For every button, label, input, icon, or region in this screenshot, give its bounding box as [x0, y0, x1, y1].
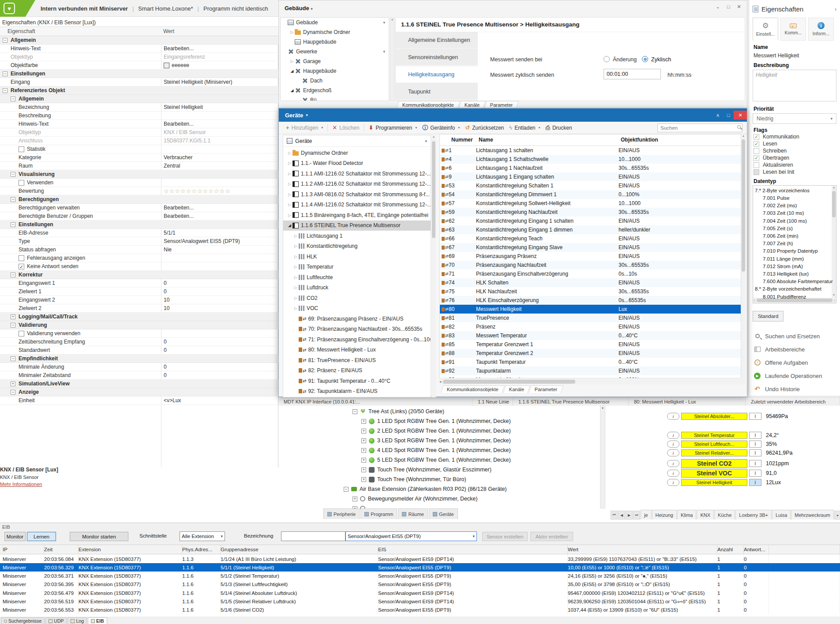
property-row[interactable]: ObjekttypKNX / EIB Sensor — [0, 128, 278, 137]
datatype-item[interactable]: 8.001 Pulsdifferenz — [753, 293, 836, 301]
page-tab-k-che[interactable]: Küche — [714, 510, 735, 519]
property-row[interactable]: Eingangswert 210 — [0, 296, 278, 304]
property-value[interactable]: Bearbeiten... — [164, 45, 194, 52]
property-row[interactable]: Beschreibung — [0, 112, 278, 120]
comobj-row[interactable]: ⇄62Konstantlichtregelung Eingang 1 schal… — [440, 217, 741, 225]
info-button[interactable]: i — [667, 470, 679, 477]
datatype-item[interactable]: 7.004 Zeit (100 ms) — [753, 217, 836, 225]
expand-icon[interactable]: − — [11, 390, 15, 395]
device-tree-item[interactable]: ▷Luftdruck — [283, 283, 431, 293]
input-indicator[interactable]: I — [749, 413, 761, 420]
expand-icon[interactable]: − — [11, 323, 15, 328]
property-row[interactable]: TypeSensor/Analogwert EIS5 (DPT9) — [0, 237, 278, 246]
param-tab-sensoreinstellungen[interactable]: Sensoreinstellungen — [396, 49, 478, 66]
comobj-row[interactable]: ⇄67Konstantlichtregelung Eingang SlaveEI… — [440, 243, 741, 252]
info-button[interactable]: i — [667, 432, 679, 439]
property-row[interactable]: Validierung verwenden — [0, 329, 278, 338]
gebaeude-menu[interactable]: Gebäude ▾ — [285, 5, 313, 11]
collapse-panel-icon[interactable]: › — [835, 6, 836, 12]
monitor-button[interactable]: Monitor — [4, 532, 26, 541]
comobj-row[interactable]: ⇄91Taupunkt Temperatur0...40°C — [440, 358, 741, 366]
page-tab-je[interactable]: je — [641, 510, 652, 519]
page-tab-mehrzweckraum[interactable]: Mehrzweckraum — [791, 510, 834, 519]
monitor-row[interactable]: Miniserver20:03:56.519KNX Extension (15D… — [0, 598, 840, 606]
input-indicator[interactable]: I — [749, 479, 761, 486]
comobj-row[interactable]: ⇄6Lichtausgang 1 Nachlaufzeit30s...65535… — [440, 164, 741, 172]
tab-nav-icon[interactable]: ⏮ — [611, 511, 618, 519]
aktor-erstellen-button[interactable]: Aktor erstellen — [530, 532, 573, 541]
property-value[interactable]: ☆☆☆☆☆☆☆☆☆☆☆☆ — [164, 188, 231, 194]
properties-tab-einstell[interactable]: ⚙Einstell... — [753, 18, 778, 41]
param-tab-taupunkt[interactable]: Taupunkt — [396, 83, 478, 100]
property-value[interactable]: Nie — [164, 247, 172, 253]
expand-arrow-icon[interactable]: ▷ — [293, 265, 299, 269]
topology-tree-item[interactable]: ◢Haupgebäude — [281, 66, 389, 76]
property-row[interactable]: +Simulation/LiveView — [0, 380, 278, 388]
properties-tab-inform[interactable]: iInform... — [808, 18, 834, 41]
comobj-row[interactable]: ⇄76HLK Einschaltverzögerung0s...65535s — [440, 296, 741, 305]
input-indicator[interactable]: I — [749, 441, 761, 448]
flag-checkbox[interactable] — [754, 148, 759, 154]
maximize-icon[interactable]: □ — [723, 2, 734, 11]
expand-icon[interactable]: − — [3, 88, 8, 93]
comobj-row[interactable]: ⇄75HLK Nachlaufzeit30s...65535s — [440, 287, 741, 296]
property-row[interactable]: −Einstellungen — [0, 220, 278, 229]
device-tree-item[interactable]: ▷Lichtausgang 1 — [283, 231, 431, 241]
property-row[interactable]: Minimale Änderung0 — [0, 363, 278, 371]
toolbar-hinzuf-gen[interactable]: +Hinzufügen▾ — [284, 123, 325, 133]
comobj-row[interactable]: ⇄92TaupunktalarmEIN/AUS — [440, 366, 741, 375]
expand-icon[interactable]: − — [3, 38, 8, 43]
expand-arrow-icon[interactable]: ▷ — [293, 285, 299, 290]
tab-kanäle[interactable]: Kanäle — [503, 385, 530, 393]
datatype-item[interactable]: 7.010 Property Datentyp — [753, 247, 836, 255]
col-name[interactable]: Name — [479, 137, 493, 143]
loxone-tree-item[interactable]: +1 LED Spot RGBW Tree Gen. 1 (Wohnzimmer… — [361, 416, 511, 426]
expand-icon[interactable]: + — [361, 467, 366, 472]
expand-arrow-icon[interactable]: ▷ — [293, 296, 299, 300]
property-row[interactable]: Objektfarbeeeeeee — [0, 61, 278, 70]
comobj-row[interactable]: ⇄70Präsenzausgang Nachlaufzeit30s...6553… — [440, 261, 741, 269]
property-value[interactable]: 0 — [164, 280, 167, 286]
checkbox[interactable]: ✓ — [19, 264, 24, 269]
panel-link-play[interactable]: ▶Laufende Operationen — [754, 371, 822, 380]
tab-kommunikationsobjekte[interactable]: Kommunikationsobjekte — [441, 385, 504, 393]
lernen-button[interactable]: Lernen — [27, 532, 56, 541]
datatype-item[interactable]: 7.013 Helligkeit (lux) — [753, 270, 836, 278]
dropdown-icon[interactable]: ▾ — [321, 126, 323, 130]
expand-arrow-icon[interactable]: ▷ — [293, 306, 299, 310]
device-tree-item[interactable]: ⇄91: Taupunkt Temperatur - 0...40°C — [283, 376, 431, 386]
tab-nav-icon[interactable]: ◀ — [618, 511, 625, 519]
datatype-item[interactable]: 7.006 Zeit (min) — [753, 232, 836, 240]
geraete-window-title[interactable]: Geräte — [285, 112, 303, 119]
property-row[interactable]: −Validierung — [0, 321, 278, 329]
datatype-item[interactable]: 7.* 2-Byte vorzeichenlos — [753, 187, 836, 194]
flag-row[interactable]: ✓Kommunikation — [754, 133, 799, 140]
device-tree-item[interactable]: ⇄69: Präsenzausgang Präsenz - EIN/AUS — [283, 314, 431, 324]
beschreibung-textarea[interactable]: Helligkeit — [753, 70, 836, 101]
expand-icon[interactable]: − — [11, 273, 15, 277]
pin-icon[interactable]: ∧ — [712, 111, 723, 120]
property-row[interactable]: −Referenziertes Objekt — [0, 86, 278, 95]
input-indicator[interactable]: I — [749, 460, 761, 467]
device-tree-item[interactable]: ▷Konstantlichtregelung — [283, 241, 431, 252]
property-value[interactable]: KNX / EIB Sensor — [164, 129, 206, 135]
tab-parameter[interactable]: Parameter — [529, 385, 563, 393]
tab-nav-icon[interactable]: ▶ — [626, 511, 633, 519]
expand-icon[interactable]: + — [361, 429, 366, 433]
page-tab-heizung[interactable]: Heizung — [652, 510, 677, 519]
geraete-tree-scrollbar[interactable]: ▴ — [431, 135, 436, 397]
comobj-row[interactable]: ⇄74HLK SchaltenEIN/AUS — [440, 278, 741, 287]
geraete-titlebar[interactable]: Geräte ▾ ∧ □ ✕ — [279, 108, 747, 122]
panel-link-search[interactable]: Suchen und Ersetzen — [754, 332, 820, 340]
topology-tree-item[interactable]: ▷Garage — [281, 56, 389, 66]
maximize-icon[interactable]: □ — [723, 111, 734, 120]
datatype-item[interactable]: 7.012 Strom (mA) — [753, 262, 836, 270]
toolbar-drucken[interactable]: ⎙Drucken — [544, 123, 574, 133]
property-value[interactable]: Eingangsreferenz — [164, 54, 205, 60]
doc-tab-udp[interactable]: UDP — [45, 617, 67, 624]
expand-arrow-icon[interactable]: ▷ — [287, 172, 292, 176]
tab-nav-icon[interactable]: ⏭ — [633, 511, 640, 519]
dropdown-icon[interactable]: ⌄ — [712, 2, 723, 11]
topology-tree-item[interactable]: Gebäude▾ — [281, 18, 389, 27]
comobj-row[interactable]: ⇄81TruePresenceEIN/AUS — [440, 314, 741, 322]
